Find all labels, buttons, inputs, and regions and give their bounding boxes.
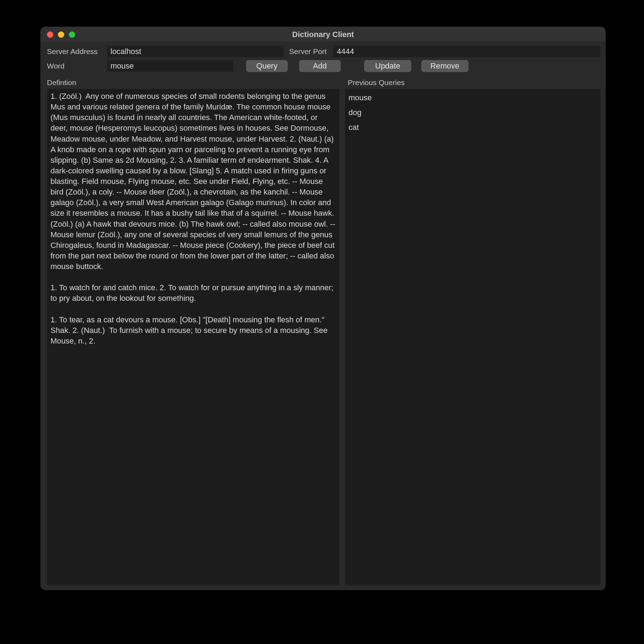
server-address-input[interactable] (107, 46, 284, 57)
definition-label: Defintion (47, 78, 336, 87)
server-port-label: Server Port (289, 47, 330, 56)
list-item[interactable]: cat (348, 120, 597, 135)
query-button[interactable]: Query (246, 60, 288, 72)
word-row: Word Query Add Update Remove (47, 60, 601, 72)
word-input[interactable] (107, 60, 233, 72)
add-button[interactable]: Add (299, 60, 341, 72)
maximize-icon[interactable] (69, 31, 75, 38)
minimize-icon[interactable] (58, 31, 64, 38)
word-label: Word (47, 62, 103, 70)
window-controls (41, 31, 75, 38)
previous-queries-list[interactable]: mousedogcat (345, 89, 601, 585)
list-item[interactable]: mouse (348, 90, 597, 105)
server-address-label: Server Address (47, 47, 103, 56)
update-button[interactable]: Update (364, 60, 411, 72)
server-row: Server Address Server Port (47, 46, 601, 57)
content-area: 1. (Zoöl.) Any one of numerous species o… (41, 89, 606, 590)
remove-button[interactable]: Remove (421, 60, 469, 72)
titlebar: Dictionary Client (41, 27, 606, 42)
app-window: Dictionary Client Server Address Server … (41, 27, 606, 590)
form-area: Server Address Server Port Word Query Ad… (41, 42, 606, 77)
server-port-input[interactable] (333, 46, 601, 57)
list-item[interactable]: dog (348, 105, 597, 120)
window-title: Dictionary Client (41, 30, 606, 39)
close-icon[interactable] (47, 31, 53, 38)
definition-textarea[interactable]: 1. (Zoöl.) Any one of numerous species o… (47, 89, 339, 585)
previous-queries-label: Previous Queries (344, 78, 599, 87)
section-headers: Defintion Previous Queries (41, 77, 606, 89)
